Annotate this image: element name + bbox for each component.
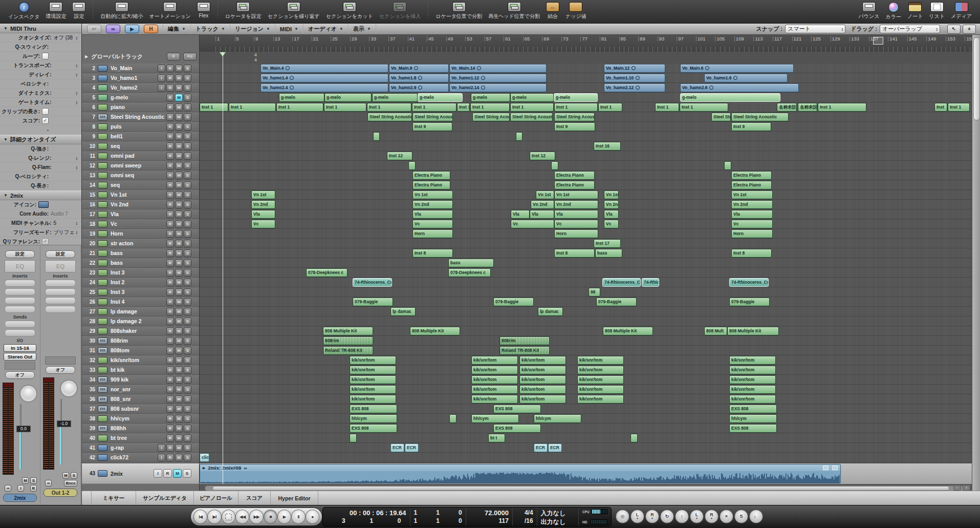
mute-button[interactable]: M <box>175 279 183 286</box>
record-enable-button[interactable]: R <box>166 454 174 461</box>
region-Inst 1[interactable]: Inst 1 <box>276 103 323 112</box>
inspector-section-track[interactable]: ▼2mix <box>0 191 81 200</box>
mute-button[interactable]: M <box>175 201 183 208</box>
record-enable-button[interactable]: R <box>166 240 174 247</box>
solo-button[interactable]: S <box>184 405 191 413</box>
record-enable-button[interactable]: R <box>166 210 174 218</box>
region-kik/snr/tom[interactable]: kik/snr/tom <box>471 395 518 404</box>
region-kik/snr/tom[interactable]: kik/snr/tom <box>471 375 518 384</box>
track-row-str acton[interactable]: 20str actonRMS <box>82 239 200 248</box>
stepper-icon[interactable]: ▴▾ <box>76 91 77 95</box>
track-name[interactable]: Vn 2nd <box>111 201 165 207</box>
toolbar-item-flex[interactable]: Flex <box>197 2 210 18</box>
region-Inst 1[interactable]: Inst 1 <box>655 103 679 112</box>
automation-mode-button[interactable]: オフ <box>46 366 75 374</box>
track-name[interactable]: 808hh <box>111 425 165 431</box>
channel-name[interactable]: Out 1-2 <box>43 489 77 497</box>
solo-button[interactable]: S <box>184 220 191 228</box>
mute-button[interactable]: M <box>175 405 183 413</box>
tab-Hyper Editor[interactable]: Hyper Editor <box>271 491 318 505</box>
track-row-seq[interactable]: 14seqRMS <box>82 180 200 190</box>
region-ECR[interactable]: ECR <box>405 443 419 452</box>
input-monitor-button[interactable]: I <box>158 65 165 72</box>
fader-level[interactable] <box>60 427 61 464</box>
record-enable-button[interactable]: R <box>166 434 174 442</box>
region-Electra Piano[interactable]: Electra Piano <box>412 181 450 189</box>
input-monitor-button[interactable]: I <box>158 444 165 452</box>
solo-button[interactable]: S <box>734 510 748 523</box>
record-enable-button[interactable]: R <box>163 469 172 478</box>
solo-button[interactable]: S <box>184 172 191 179</box>
eq-slot[interactable]: EQ <box>5 260 35 272</box>
mute-button[interactable]: M <box>175 308 183 315</box>
solo-button[interactable]: S <box>184 425 191 432</box>
region-bass[interactable]: bass <box>595 249 622 258</box>
record-enable-button[interactable]: R <box>166 249 174 257</box>
region-blip[interactable] <box>350 434 357 442</box>
region-名称未設[interactable]: 名称未設 <box>798 103 817 112</box>
mute-button[interactable]: M <box>175 230 183 238</box>
track-row-seq[interactable]: 10seqRMS <box>82 141 200 151</box>
track-row-808_snr[interactable]: 36EXS808_snrRMS <box>82 394 200 404</box>
record-ready-indicator[interactable] <box>43 377 54 383</box>
region-kik/snr/tom[interactable]: kik/snr/tom <box>350 395 396 404</box>
region-Vc[interactable]: Vc <box>554 220 598 228</box>
region-kik/snr/tom[interactable]: kik/snr/tom <box>519 356 566 365</box>
record-enable-button[interactable]: R <box>166 259 174 267</box>
record-enable-button[interactable]: R <box>166 103 174 111</box>
solo-button[interactable]: S <box>184 113 191 121</box>
record-enable-button[interactable]: R <box>166 444 174 452</box>
solo-button[interactable]: S <box>184 288 191 296</box>
record-enable-button[interactable]: R <box>166 279 174 286</box>
mute-button[interactable]: M <box>175 123 183 131</box>
region-lp damac[interactable]: lp damac <box>538 307 563 316</box>
solo-button[interactable]: S <box>184 65 191 72</box>
record-enable-button[interactable]: R <box>166 308 174 315</box>
track-name[interactable]: 808rim <box>111 337 165 344</box>
record-enable-button[interactable]: R <box>166 172 174 179</box>
region-Inst 9[interactable]: Inst 9 <box>731 122 771 131</box>
region-Vn 1st[interactable]: Vn 1st <box>412 191 453 199</box>
region-Vo_hamo2.9[interactable]: Vo_hamo2.9 <box>389 83 449 92</box>
insert-slot[interactable] <box>45 297 76 304</box>
region-kik/snr/tom[interactable]: kik/snr/tom <box>729 366 776 374</box>
track-name[interactable]: Vo_hamo2 <box>111 85 157 91</box>
track-name[interactable]: 2mix <box>111 471 153 477</box>
parameter-value[interactable]: オフ (38 <box>53 34 76 41</box>
region-bass[interactable]: bass <box>448 259 494 267</box>
lcd-locators[interactable]: 110110 <box>410 508 466 526</box>
tab-ピアノロール[interactable]: ピアノロール <box>194 491 238 505</box>
region-ECR[interactable]: ECR <box>534 443 548 452</box>
region-Inst 9[interactable]: Inst 9 <box>412 122 452 131</box>
track-row-Horn[interactable]: 19HornRMS <box>82 229 200 239</box>
mute-button[interactable]: M <box>175 395 183 403</box>
record-enable-button[interactable]: R <box>166 376 174 384</box>
record-enable-button[interactable]: R <box>166 84 174 92</box>
secondary-tool-button[interactable]: + <box>963 25 976 34</box>
mute-button[interactable]: M <box>175 337 183 345</box>
stepper-icon[interactable]: ▴▾ <box>76 165 77 170</box>
region-Vo_hamo2.12[interactable]: Vo_hamo2.12 <box>604 83 665 92</box>
record-enable-button[interactable]: R <box>166 386 174 393</box>
region-Vn 1st[interactable]: Vn 1st <box>536 191 554 199</box>
channel-settings-button[interactable]: 設定 <box>46 250 75 258</box>
region-Inst[interactable]: Inst <box>934 103 947 112</box>
eq-slot[interactable]: EQ <box>45 260 76 272</box>
region-Inst 16[interactable]: Inst 16 <box>594 142 621 151</box>
region-EXS 808[interactable]: EXS 808 <box>350 405 397 413</box>
track-row-bt tree[interactable]: 40bt treeRMS <box>82 433 200 443</box>
region-kik/snr/tom[interactable]: kik/snr/tom <box>577 385 624 394</box>
region-079-Baggie[interactable]: 079-Baggie <box>729 298 770 306</box>
fader-value[interactable]: 0.0 <box>16 426 31 432</box>
audio-region-2mix[interactable]: ▶ 2mix: 2mix#09 ∞ <box>200 464 841 483</box>
region-Vo_hamo2.4[interactable]: Vo_hamo2.4 <box>260 83 388 92</box>
menu-オーディオ[interactable]: オーディオ▼ <box>303 24 348 34</box>
mute-button[interactable]: M <box>175 103 183 111</box>
region-Inst 1[interactable]: Inst 1 <box>598 103 622 112</box>
channel-mode-button-∞[interactable]: ∞ <box>45 480 52 487</box>
track-row-808hh[interactable]: 39EXS808hhRMS <box>82 424 200 433</box>
region-Vla[interactable]: Vla <box>731 210 773 219</box>
tab-スコア[interactable]: スコア <box>238 491 271 505</box>
toolbar-item-nudge[interactable]: ナッジ値 <box>565 2 586 20</box>
record-enable-button[interactable]: R <box>166 269 174 277</box>
